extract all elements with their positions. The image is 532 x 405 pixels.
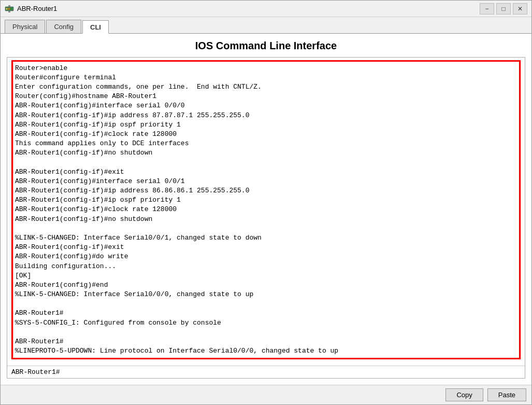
cli-prompt: ABR-Router1# (11, 368, 521, 376)
page-title: IOS Command Line Interface (7, 40, 525, 52)
tab-physical[interactable]: Physical (5, 20, 45, 33)
window-title: ABR-Router1 (17, 5, 480, 12)
svg-point-1 (6, 8, 8, 9)
tab-config[interactable]: Config (46, 20, 81, 33)
paste-button[interactable]: Paste (487, 388, 526, 401)
main-window: ABR-Router1 − □ ✕ Physical Config CLI IO… (0, 0, 532, 405)
title-bar: ABR-Router1 − □ ✕ (1, 1, 531, 17)
cli-input-row: ABR-Router1# (7, 366, 525, 378)
tab-cli[interactable]: CLI (82, 20, 109, 34)
cli-highlighted-block: Router>enable Router#configure terminal … (11, 60, 521, 360)
minimize-button[interactable]: − (480, 3, 494, 15)
app-icon (5, 4, 14, 13)
maximize-button[interactable]: □ (496, 3, 511, 15)
copy-button[interactable]: Copy (445, 388, 483, 401)
svg-point-2 (8, 8, 10, 9)
content-area: IOS Command Line Interface Press RETURN … (1, 34, 531, 385)
cli-content: Press RETURN to get started! Router>enab… (7, 58, 525, 366)
tab-bar: Physical Config CLI (1, 17, 531, 34)
cli-scroll-area[interactable]: Press RETURN to get started! Router>enab… (7, 58, 525, 366)
footer-bar: Copy Paste (1, 385, 531, 404)
svg-rect-5 (8, 11, 10, 12)
svg-point-3 (10, 8, 12, 9)
svg-rect-4 (8, 5, 10, 7)
close-button[interactable]: ✕ (513, 3, 527, 15)
window-controls: − □ ✕ (480, 3, 527, 15)
cli-terminal: Press RETURN to get started! Router>enab… (7, 57, 525, 379)
